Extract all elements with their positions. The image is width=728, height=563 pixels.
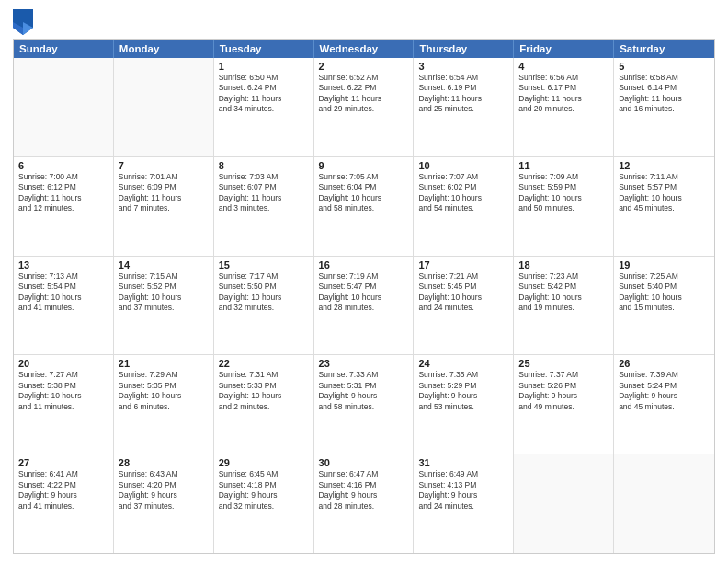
day-number: 14 — [119, 259, 209, 270]
calendar-cell: 16Sunrise: 7:19 AM Sunset: 5:47 PM Dayli… — [314, 257, 415, 355]
calendar-cell: 3Sunrise: 6:54 AM Sunset: 6:19 PM Daylig… — [414, 58, 514, 156]
calendar-cell: 18Sunrise: 7:23 AM Sunset: 5:42 PM Dayli… — [514, 257, 614, 355]
calendar-cell — [14, 58, 114, 156]
calendar-cell: 29Sunrise: 6:45 AM Sunset: 4:18 PM Dayli… — [214, 454, 314, 553]
calendar-row: 1Sunrise: 6:50 AM Sunset: 6:24 PM Daylig… — [14, 58, 714, 157]
calendar-cell: 7Sunrise: 7:01 AM Sunset: 6:09 PM Daylig… — [114, 157, 214, 256]
day-number: 30 — [319, 457, 409, 468]
calendar-header: SundayMondayTuesdayWednesdayThursdayFrid… — [14, 40, 714, 58]
calendar-cell: 17Sunrise: 7:21 AM Sunset: 5:45 PM Dayli… — [414, 257, 514, 355]
day-info: Sunrise: 7:09 AM Sunset: 5:59 PM Dayligh… — [518, 172, 609, 214]
calendar-cell: 31Sunrise: 6:49 AM Sunset: 4:13 PM Dayli… — [414, 454, 514, 553]
calendar: SundayMondayTuesdayWednesdayThursdayFrid… — [13, 39, 715, 554]
day-info: Sunrise: 7:31 AM Sunset: 5:33 PM Dayligh… — [219, 370, 309, 412]
calendar-cell: 13Sunrise: 7:13 AM Sunset: 5:54 PM Dayli… — [14, 257, 114, 355]
day-number: 6 — [18, 160, 108, 171]
day-info: Sunrise: 6:47 AM Sunset: 4:16 PM Dayligh… — [319, 469, 409, 511]
day-number: 15 — [219, 259, 309, 270]
calendar-cell: 20Sunrise: 7:27 AM Sunset: 5:38 PM Dayli… — [14, 355, 114, 454]
day-info: Sunrise: 6:41 AM Sunset: 4:22 PM Dayligh… — [18, 469, 108, 511]
day-number: 11 — [518, 160, 609, 171]
day-info: Sunrise: 7:37 AM Sunset: 5:26 PM Dayligh… — [518, 370, 609, 412]
day-number: 12 — [619, 160, 710, 171]
day-info: Sunrise: 7:35 AM Sunset: 5:29 PM Dayligh… — [418, 370, 508, 412]
calendar-body: 1Sunrise: 6:50 AM Sunset: 6:24 PM Daylig… — [14, 58, 714, 553]
calendar-row: 27Sunrise: 6:41 AM Sunset: 4:22 PM Dayli… — [14, 454, 714, 553]
day-info: Sunrise: 7:27 AM Sunset: 5:38 PM Dayligh… — [18, 370, 108, 412]
calendar-cell: 21Sunrise: 7:29 AM Sunset: 5:35 PM Dayli… — [114, 355, 214, 454]
day-number: 2 — [319, 61, 409, 72]
day-info: Sunrise: 6:52 AM Sunset: 6:22 PM Dayligh… — [319, 73, 409, 115]
day-number: 3 — [418, 61, 508, 72]
calendar-cell: 2Sunrise: 6:52 AM Sunset: 6:22 PM Daylig… — [314, 58, 415, 156]
day-info: Sunrise: 6:49 AM Sunset: 4:13 PM Dayligh… — [418, 469, 508, 511]
day-number: 19 — [619, 259, 710, 270]
calendar-cell: 10Sunrise: 7:07 AM Sunset: 6:02 PM Dayli… — [414, 157, 514, 256]
calendar-cell: 19Sunrise: 7:25 AM Sunset: 5:40 PM Dayli… — [614, 257, 714, 355]
day-info: Sunrise: 7:33 AM Sunset: 5:31 PM Dayligh… — [319, 370, 409, 412]
day-info: Sunrise: 7:23 AM Sunset: 5:42 PM Dayligh… — [518, 271, 609, 314]
day-number: 24 — [418, 358, 508, 369]
day-number: 16 — [319, 259, 409, 270]
calendar-cell: 14Sunrise: 7:15 AM Sunset: 5:52 PM Dayli… — [114, 257, 214, 355]
day-number: 21 — [119, 358, 209, 369]
day-info: Sunrise: 6:45 AM Sunset: 4:18 PM Dayligh… — [219, 469, 309, 511]
day-info: Sunrise: 7:19 AM Sunset: 5:47 PM Dayligh… — [319, 271, 409, 314]
day-number: 29 — [219, 457, 309, 468]
calendar-header-cell: Sunday — [14, 40, 114, 58]
calendar-cell: 22Sunrise: 7:31 AM Sunset: 5:33 PM Dayli… — [214, 355, 314, 454]
day-number: 17 — [418, 259, 508, 270]
calendar-cell: 27Sunrise: 6:41 AM Sunset: 4:22 PM Dayli… — [14, 454, 114, 553]
calendar-header-cell: Thursday — [414, 40, 514, 58]
day-number: 26 — [619, 358, 710, 369]
calendar-cell: 1Sunrise: 6:50 AM Sunset: 6:24 PM Daylig… — [214, 58, 314, 156]
calendar-cell: 23Sunrise: 7:33 AM Sunset: 5:31 PM Dayli… — [314, 355, 415, 454]
calendar-cell — [114, 58, 214, 156]
page: SundayMondayTuesdayWednesdayThursdayFrid… — [0, 0, 728, 563]
calendar-cell: 30Sunrise: 6:47 AM Sunset: 4:16 PM Dayli… — [314, 454, 415, 553]
day-number: 1 — [219, 61, 309, 72]
day-info: Sunrise: 7:07 AM Sunset: 6:02 PM Dayligh… — [418, 172, 508, 214]
day-info: Sunrise: 7:00 AM Sunset: 6:12 PM Dayligh… — [18, 172, 108, 214]
calendar-cell: 9Sunrise: 7:05 AM Sunset: 6:04 PM Daylig… — [314, 157, 415, 256]
day-info: Sunrise: 6:43 AM Sunset: 4:20 PM Dayligh… — [119, 469, 209, 511]
day-info: Sunrise: 7:17 AM Sunset: 5:50 PM Dayligh… — [219, 271, 309, 314]
day-info: Sunrise: 7:39 AM Sunset: 5:24 PM Dayligh… — [619, 370, 710, 412]
day-number: 8 — [219, 160, 309, 171]
day-info: Sunrise: 6:54 AM Sunset: 6:19 PM Dayligh… — [418, 73, 508, 115]
calendar-header-cell: Saturday — [614, 40, 714, 58]
calendar-cell: 24Sunrise: 7:35 AM Sunset: 5:29 PM Dayli… — [414, 355, 514, 454]
calendar-cell: 12Sunrise: 7:11 AM Sunset: 5:57 PM Dayli… — [614, 157, 714, 256]
day-info: Sunrise: 6:56 AM Sunset: 6:17 PM Dayligh… — [518, 73, 609, 115]
calendar-cell: 8Sunrise: 7:03 AM Sunset: 6:07 PM Daylig… — [214, 157, 314, 256]
calendar-cell: 15Sunrise: 7:17 AM Sunset: 5:50 PM Dayli… — [214, 257, 314, 355]
logo-icon — [13, 9, 33, 35]
day-number: 22 — [219, 358, 309, 369]
day-info: Sunrise: 7:01 AM Sunset: 6:09 PM Dayligh… — [119, 172, 209, 214]
day-info: Sunrise: 7:25 AM Sunset: 5:40 PM Dayligh… — [619, 271, 710, 314]
day-number: 20 — [18, 358, 108, 369]
calendar-cell — [514, 454, 614, 553]
calendar-cell: 28Sunrise: 6:43 AM Sunset: 4:20 PM Dayli… — [114, 454, 214, 553]
day-number: 9 — [319, 160, 409, 171]
day-number: 23 — [319, 358, 409, 369]
day-number: 18 — [518, 259, 609, 270]
day-info: Sunrise: 7:05 AM Sunset: 6:04 PM Dayligh… — [319, 172, 409, 214]
day-info: Sunrise: 7:15 AM Sunset: 5:52 PM Dayligh… — [119, 271, 209, 314]
day-info: Sunrise: 7:11 AM Sunset: 5:57 PM Dayligh… — [619, 172, 710, 214]
day-info: Sunrise: 7:03 AM Sunset: 6:07 PM Dayligh… — [219, 172, 309, 214]
calendar-cell — [614, 454, 714, 553]
calendar-header-cell: Friday — [514, 40, 614, 58]
calendar-cell: 6Sunrise: 7:00 AM Sunset: 6:12 PM Daylig… — [14, 157, 114, 256]
day-number: 13 — [18, 259, 108, 270]
day-number: 7 — [119, 160, 209, 171]
day-number: 5 — [619, 61, 710, 72]
day-number: 4 — [518, 61, 609, 72]
calendar-row: 13Sunrise: 7:13 AM Sunset: 5:54 PM Dayli… — [14, 257, 714, 356]
day-number: 28 — [119, 457, 209, 468]
day-info: Sunrise: 7:21 AM Sunset: 5:45 PM Dayligh… — [418, 271, 508, 314]
calendar-header-cell: Tuesday — [214, 40, 314, 58]
calendar-row: 6Sunrise: 7:00 AM Sunset: 6:12 PM Daylig… — [14, 157, 714, 257]
calendar-header-cell: Monday — [114, 40, 214, 58]
calendar-cell: 11Sunrise: 7:09 AM Sunset: 5:59 PM Dayli… — [514, 157, 614, 256]
